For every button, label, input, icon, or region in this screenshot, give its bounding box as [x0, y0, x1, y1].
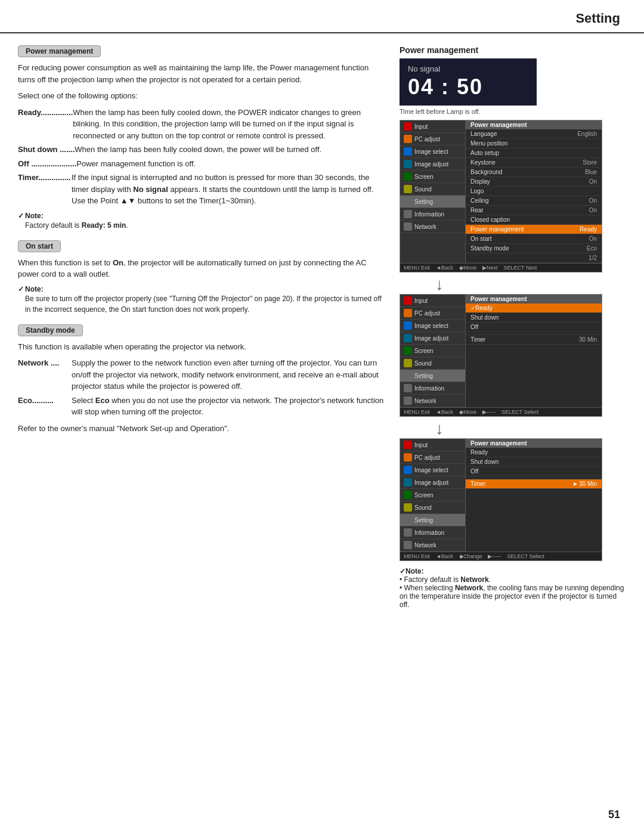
menu-item-sound-1: Sound	[400, 183, 465, 196]
menu-left-1: Input PC adjust Image select Image adjus…	[400, 120, 466, 263]
page-number: 51	[608, 809, 620, 821]
menu-right-item-ready3: Ready	[466, 448, 602, 457]
sound-icon-2	[404, 359, 412, 367]
sound-icon-3	[404, 503, 412, 512]
imageadjust-icon-1	[404, 160, 412, 168]
note-2-title: Note:	[18, 285, 388, 293]
menu-item-information-1: Information	[400, 208, 465, 221]
imageselect-icon-1	[404, 147, 412, 156]
menu-item-screen-1: Screen	[400, 171, 465, 183]
menu-item-screen-3: Screen	[400, 489, 465, 501]
menu-right-item-logo: Logo	[466, 187, 602, 196]
input-icon-2	[404, 296, 412, 305]
menu-right-item-keystone: KeystoneStore	[466, 158, 602, 168]
menu-right-item-shutdown3: Shut down	[466, 457, 602, 467]
def-desc-ready: When the lamp has been fully cooled down…	[73, 107, 388, 142]
menu-right-item-rear: RearOn	[466, 206, 602, 215]
menu-bottom-bar-2: MENU Exit◄Back◆Move▶-----SELECT Select	[400, 407, 602, 416]
input-icon-3	[404, 441, 412, 449]
page-title: Setting	[575, 11, 620, 26]
note-1: Note: Factory default is Ready: 5 min.	[18, 212, 388, 231]
menu-right-header-3: Power management	[466, 439, 602, 448]
on-start-text: When this function is set to On, the pro…	[18, 257, 388, 280]
setting-icon-3	[404, 516, 412, 524]
def-eco: Eco.......... Select Eco when you do not…	[18, 395, 388, 418]
def-term-timer: Timer...............	[18, 172, 72, 207]
menu-item-input-3: Input	[400, 439, 465, 451]
menu-item-imageadjust-1: Image adjust	[400, 158, 465, 171]
info-icon-2	[404, 384, 412, 392]
menu-right-item-menupos: Menu position	[466, 139, 602, 148]
pm-definitions: Ready............... When the lamp has b…	[18, 107, 388, 207]
def-shutdown: Shut down ....... When the lamp has been…	[18, 144, 388, 156]
menu-item-imageselect-3: Image select	[400, 464, 465, 476]
power-management-section: Power management For reducing power cons…	[18, 45, 388, 231]
info-icon-1	[404, 210, 412, 218]
def-term-shutdown: Shut down .......	[18, 144, 75, 156]
menu-panel-2: Input PC adjust Image select Image adjus…	[400, 294, 602, 417]
menu-right-item-display: DisplayOn	[466, 177, 602, 187]
menu-item-imageselect-1: Image select	[400, 145, 465, 158]
menu-left-3: Input PC adjust Image select Image adjus…	[400, 439, 466, 552]
right-note-title: ✓Note:	[400, 567, 626, 575]
timer-display: 04 : 50	[408, 75, 528, 100]
menu-item-pcadjust-2: PC adjust	[400, 307, 465, 320]
right-note-2: • When selecting Network, the cooling fa…	[400, 584, 626, 609]
standby-mode-section: Standby mode This function is available …	[18, 324, 388, 435]
menu-item-imageadjust-3: Image adjust	[400, 476, 465, 489]
def-term-network: Network ....	[18, 357, 72, 392]
menu-item-imageselect-2: Image select	[400, 320, 465, 332]
right-note-1: • Factory default is Network.	[400, 575, 626, 584]
screen-icon-2	[404, 346, 412, 355]
menu-item-pcadjust-1: PC adjust	[400, 133, 465, 145]
note-1-title: Note:	[18, 212, 388, 220]
standby-mode-label: Standby mode	[18, 324, 83, 336]
menu-right-3: Power management Ready Shut down Off Tim…	[466, 439, 602, 552]
menu-right-item-ready: ✓Ready	[466, 304, 602, 313]
menu-item-screen-2: Screen	[400, 345, 465, 357]
menu-right-item-ceiling: CeilingOn	[466, 196, 602, 206]
def-timer: Timer............... If the input signal…	[18, 172, 388, 207]
imageselect-icon-2	[404, 321, 412, 330]
menu-item-setting-3: Setting	[400, 514, 465, 527]
refer-text: Refer to the owner's manual "Network Set…	[18, 423, 388, 435]
screen-icon-1	[404, 172, 412, 181]
menu-item-input-1: Input	[400, 120, 465, 133]
menu-item-input-2: Input	[400, 295, 465, 307]
select-options: Select one of the following options:	[18, 90, 388, 102]
note-1-text: Factory default is Ready: 5 min.	[25, 220, 388, 231]
menu-right-header-2: Power management	[466, 295, 602, 304]
def-term-ready: Ready...............	[18, 107, 73, 142]
menu-bottom-bar-1: MENU Exit◄Back◆Move▶NextSELECT Next	[400, 263, 602, 272]
menu-left-2: Input PC adjust Image select Image adjus…	[400, 295, 466, 407]
menu-item-pcadjust-3: PC adjust	[400, 451, 465, 464]
no-signal-text: No signal	[408, 64, 528, 73]
menu-item-network-3: Network	[400, 539, 465, 552]
menu-right-item-background: BackgroundBlue	[466, 168, 602, 177]
def-desc-off: Power management function is off.	[76, 158, 388, 170]
standby-mode-text: This function is available when operatin…	[18, 341, 388, 353]
imageadjust-icon-3	[404, 478, 412, 487]
menu-right-item-timer2: Timer30 Min	[466, 335, 602, 345]
def-ready: Ready............... When the lamp has b…	[18, 107, 388, 142]
imageselect-icon-3	[404, 466, 412, 474]
menu-right-item-page: 1/2	[466, 253, 602, 263]
menu-right-2: Power management ✓Ready Shut down Off Ti…	[466, 295, 602, 407]
network-icon-3	[404, 541, 412, 549]
power-management-intro: For reducing power consumption as well a…	[18, 62, 388, 85]
network-icon-1	[404, 222, 412, 231]
menu-item-network-1: Network	[400, 221, 465, 233]
def-term-eco: Eco..........	[18, 395, 72, 418]
on-start-label: On start	[18, 240, 61, 252]
right-column: Power management No signal 04 : 50 Time …	[400, 45, 626, 609]
page-header: Setting	[0, 0, 644, 33]
menu-panel-3: Input PC adjust Image select Image adjus…	[400, 438, 602, 561]
info-icon-3	[404, 528, 412, 537]
standby-definitions: Network .... Supply the power to the net…	[18, 357, 388, 418]
menu-item-network-2: Network	[400, 395, 465, 407]
menu-right-item-closedcaption: Closed caption	[466, 215, 602, 225]
menu-panel-1: Input PC adjust Image select Image adjus…	[400, 120, 602, 272]
def-desc-shutdown: When the lamp has been fully cooled down…	[75, 144, 388, 156]
setting-icon-2	[404, 371, 412, 380]
screen-icon-3	[404, 491, 412, 499]
